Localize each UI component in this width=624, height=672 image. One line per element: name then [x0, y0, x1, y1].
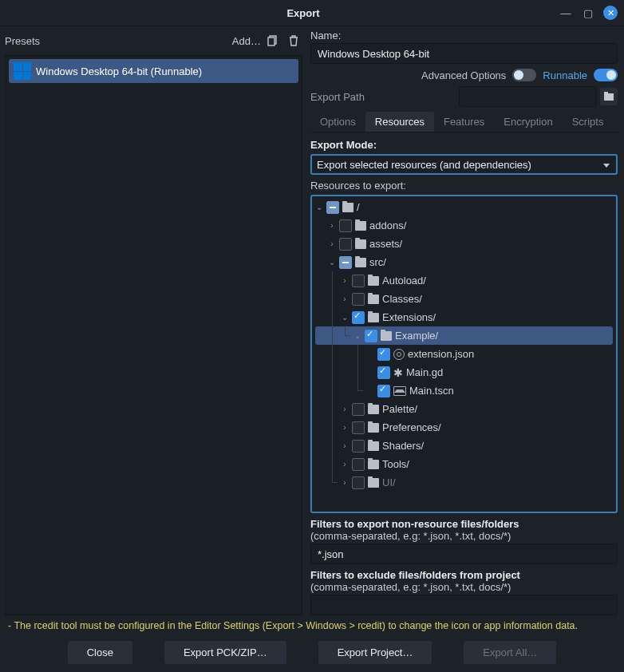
advanced-options-label: Advanced Options: [421, 69, 506, 81]
minimize-icon[interactable]: —: [559, 6, 573, 20]
chevron-right-icon[interactable]: ›: [341, 423, 349, 432]
json-icon: [393, 349, 405, 360]
checkbox[interactable]: [352, 293, 365, 306]
folder-icon: [368, 294, 379, 304]
tab-scripts[interactable]: Scripts: [563, 112, 614, 132]
tree-item[interactable]: ›Autoload/: [312, 271, 616, 290]
preset-item-label: Windows Desktop 64-bit (Runnable): [36, 65, 202, 77]
tree-item[interactable]: ⌄Extensions/: [312, 308, 616, 326]
checkbox[interactable]: [352, 275, 365, 287]
folder-icon: [355, 221, 366, 231]
tree-root[interactable]: ⌄/: [312, 198, 616, 216]
tree-item[interactable]: ›addons/: [312, 216, 616, 235]
chevron-down-icon[interactable]: ⌄: [353, 331, 361, 340]
close-icon[interactable]: ✕: [603, 6, 618, 20]
title-bar: Export — ▢ ✕: [0, 0, 624, 26]
runnable-label: Runnable: [543, 69, 587, 81]
chevron-right-icon[interactable]: ›: [328, 221, 336, 230]
tree-item-selected[interactable]: ⌄Example/: [315, 326, 613, 345]
chevron-down-icon[interactable]: ⌄: [341, 313, 349, 322]
folder-icon: [368, 441, 379, 451]
maximize-icon[interactable]: ▢: [581, 6, 595, 20]
export-path-input[interactable]: [459, 86, 597, 107]
window-title: Export: [48, 7, 559, 19]
folder-icon: [342, 203, 353, 212]
tabs: Options Resources Features Encryption Sc…: [310, 112, 618, 132]
tab-encryption[interactable]: Encryption: [494, 112, 562, 132]
chevron-right-icon[interactable]: ›: [341, 405, 349, 413]
tree-item[interactable]: ›UI/: [312, 473, 616, 492]
advanced-options-toggle[interactable]: [512, 69, 536, 81]
checkbox[interactable]: [339, 238, 352, 251]
filter-export-label: Filters to export non-resource files/fol…: [310, 518, 618, 530]
chevron-down-icon[interactable]: ⌄: [315, 203, 323, 211]
chevron-right-icon[interactable]: ›: [341, 478, 349, 487]
chevron-right-icon[interactable]: ›: [341, 294, 349, 303]
checkbox[interactable]: [377, 385, 390, 397]
copy-icon[interactable]: [264, 32, 282, 49]
filter-exclude-label: Filters to exclude files/folders from pr…: [310, 569, 618, 581]
name-input[interactable]: Windows Desktop 64-bit: [310, 43, 618, 64]
tree-item[interactable]: ⌄src/: [312, 253, 616, 271]
chevron-right-icon[interactable]: ›: [341, 276, 349, 285]
tree-item[interactable]: ›Shaders/: [312, 437, 616, 455]
tree-item[interactable]: ·Main.tscn: [312, 381, 616, 400]
export-path-label: Export Path: [310, 91, 456, 103]
presets-list: Windows Desktop 64-bit (Runnable): [5, 55, 302, 615]
filter-exclude-hint: (comma-separated, e.g: *.json, *.txt, do…: [310, 581, 618, 593]
checkbox[interactable]: [352, 476, 365, 489]
preset-item-windows[interactable]: Windows Desktop 64-bit (Runnable): [9, 59, 298, 83]
checkbox[interactable]: [377, 366, 390, 379]
tab-options[interactable]: Options: [310, 112, 365, 132]
tab-features[interactable]: Features: [434, 112, 494, 132]
export-mode-select[interactable]: Export selected resources (and dependenc…: [310, 154, 618, 175]
chevron-right-icon[interactable]: ›: [341, 441, 349, 450]
resource-tree: ⌄/ ›addons/ ›assets/ ⌄src/ ›Autoload/ ›C…: [310, 195, 618, 513]
checkbox[interactable]: [326, 201, 339, 214]
checkbox[interactable]: [352, 458, 365, 471]
tree-item[interactable]: ·✱Main.gd: [312, 363, 616, 381]
checkbox[interactable]: [352, 311, 365, 324]
tree-item[interactable]: ›assets/: [312, 235, 616, 253]
folder-icon: [381, 331, 392, 341]
checkbox[interactable]: [339, 256, 352, 269]
folder-icon: [368, 405, 379, 414]
export-all-button: Export All…: [464, 641, 556, 664]
button-bar: Close Export PCK/ZIP… Export Project… Ex…: [0, 636, 624, 672]
filter-exclude-input[interactable]: [310, 595, 618, 615]
add-preset-button[interactable]: Add…: [232, 35, 261, 47]
export-mode-label: Export Mode:: [310, 139, 618, 151]
folder-icon: [368, 423, 379, 433]
chevron-right-icon[interactable]: ›: [328, 239, 336, 248]
folder-icon: [368, 460, 379, 469]
checkbox[interactable]: [352, 421, 365, 434]
checkbox[interactable]: [352, 403, 365, 416]
folder-icon: [368, 478, 379, 488]
checkbox[interactable]: [352, 440, 365, 453]
runnable-toggle[interactable]: [594, 69, 618, 81]
presets-label: Presets: [5, 35, 232, 47]
checkbox[interactable]: [365, 330, 377, 342]
tree-item[interactable]: ›Preferences/: [312, 418, 616, 437]
chevron-right-icon[interactable]: ›: [341, 460, 349, 468]
svg-rect-1: [268, 38, 274, 45]
tree-item[interactable]: ·extension.json: [312, 345, 616, 363]
filter-export-hint: (comma-separated, e.g: *.json, *.txt, do…: [310, 530, 618, 542]
svg-rect-3: [604, 92, 608, 94]
tree-item[interactable]: ›Classes/: [312, 290, 616, 308]
checkbox[interactable]: [377, 348, 390, 361]
tab-resources[interactable]: Resources: [365, 112, 434, 132]
tree-item[interactable]: ›Palette/: [312, 400, 616, 418]
filter-export-input[interactable]: *.json: [310, 544, 618, 564]
browse-icon[interactable]: [600, 88, 618, 105]
close-button[interactable]: Close: [68, 641, 132, 664]
tree-item[interactable]: ›Tools/: [312, 455, 616, 473]
folder-icon: [355, 258, 366, 267]
checkbox[interactable]: [339, 219, 352, 232]
export-project-button[interactable]: Export Project…: [318, 641, 432, 664]
chevron-down-icon[interactable]: ⌄: [328, 258, 336, 267]
resources-to-export-label: Resources to export:: [310, 180, 618, 192]
export-pck-button[interactable]: Export PCK/ZIP…: [164, 641, 286, 664]
svg-rect-2: [604, 93, 614, 101]
delete-icon[interactable]: [285, 32, 302, 49]
